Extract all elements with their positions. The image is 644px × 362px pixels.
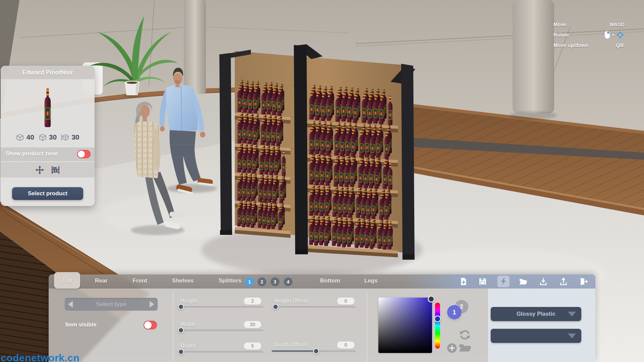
- save-icon[interactable]: [478, 277, 487, 286]
- type-selector-label: Select type: [96, 301, 126, 308]
- depth-slider[interactable]: [177, 351, 263, 353]
- exit-icon[interactable]: [580, 277, 588, 286]
- color-saturation-square[interactable]: [378, 298, 432, 353]
- height-offset-slider-knob[interactable]: [272, 304, 279, 310]
- control-key: WASD: [609, 21, 625, 27]
- controls-help: Move WASD Rotate +: [553, 20, 625, 51]
- product-panel: Edward PinotNoir 40: [1, 66, 95, 206]
- refresh-colors-icon[interactable]: [459, 329, 471, 341]
- next-type-arrow[interactable]: [150, 301, 154, 308]
- show-product-zone-label: Show product zone: [5, 150, 58, 157]
- tab-shelves[interactable]: Shelves: [172, 277, 194, 284]
- width-label: Width: [180, 321, 195, 327]
- control-row-updown: Move up/down Q/E: [553, 41, 625, 49]
- tab-bottom[interactable]: Bottom: [320, 277, 340, 284]
- splitter-badge-2[interactable]: 2: [258, 277, 266, 286]
- pillar-left: [184, 0, 206, 94]
- height-offset-label: Height Offset: [274, 298, 308, 304]
- flash-icon[interactable]: [497, 276, 509, 287]
- new-file-icon[interactable]: [459, 277, 468, 286]
- toggle-knob: [144, 321, 152, 329]
- depth-label: Depth: [180, 343, 196, 349]
- depth-offset-label: Depth Offset: [274, 342, 307, 348]
- control-key: Q/E: [616, 42, 625, 48]
- tab-rear[interactable]: Rear: [95, 277, 108, 284]
- stat-capacity: 30: [39, 133, 57, 142]
- toggle-knob: [78, 151, 85, 158]
- stat-value: 30: [49, 133, 57, 141]
- secondary-dropdown[interactable]: [491, 329, 581, 343]
- cube-width-icon: [16, 133, 24, 142]
- tab-legs[interactable]: Legs: [364, 277, 378, 284]
- pillar-right: [510, 0, 557, 119]
- cube-depth-icon: [39, 133, 47, 142]
- load-color-icon[interactable]: [459, 343, 471, 353]
- control-action: Rotate: [553, 32, 569, 38]
- control-row-move: Move WASD: [553, 20, 625, 29]
- depth-offset-slider[interactable]: [272, 350, 356, 352]
- stat-capacity: 40: [16, 133, 34, 142]
- upload-icon[interactable]: [559, 277, 568, 286]
- prev-type-arrow[interactable]: [68, 301, 73, 308]
- splitter-badge-3[interactable]: 3: [271, 277, 279, 286]
- chevron-down-icon: [568, 312, 576, 317]
- move-product-icon[interactable]: [35, 165, 44, 174]
- depth-offset-value: 0: [337, 342, 355, 349]
- product-stats: 40 30 30: [1, 132, 95, 143]
- divider: [367, 291, 367, 362]
- show-product-zone-toggle[interactable]: [77, 150, 91, 158]
- material-section-background: [488, 289, 595, 362]
- color-layer-1-badge[interactable]: 1: [447, 305, 462, 319]
- plus-sign: +: [611, 32, 614, 38]
- product-title: Edward PinotNoir: [1, 66, 95, 79]
- tab-splitters[interactable]: Splitters: [219, 277, 241, 284]
- divider: [173, 291, 173, 362]
- width-slider-knob[interactable]: [178, 327, 184, 333]
- watermark: codenetwork.cn: [1, 352, 79, 362]
- height-value: 2: [244, 298, 261, 305]
- splitter-badge-4[interactable]: 4: [284, 277, 292, 286]
- height-slider[interactable]: [177, 306, 263, 308]
- shelf-unit: [219, 44, 415, 260]
- item-visible-label: Item visible: [65, 321, 97, 328]
- control-action: Move up/down: [553, 42, 588, 48]
- shelf-layout-icon[interactable]: [51, 165, 60, 174]
- width-value: 20: [244, 321, 261, 328]
- control-row-rotate: Rotate +: [553, 31, 625, 39]
- material-dropdown[interactable]: Glossy Plastic: [491, 307, 581, 321]
- add-color-icon[interactable]: [447, 343, 457, 353]
- product-image-bottle: [40, 87, 55, 128]
- splitter-badge-1[interactable]: 1: [245, 277, 254, 286]
- tab-front[interactable]: Front: [132, 277, 147, 284]
- rotate-key-icons: +: [604, 31, 625, 39]
- depth-value: 5: [244, 343, 261, 350]
- shelf-editor-panel: Top Rear Front Shelves Splitters 1 2 3 4…: [49, 274, 595, 362]
- slider-fill: [272, 350, 315, 352]
- color-square-picker[interactable]: [428, 296, 435, 303]
- height-slider-knob[interactable]: [178, 304, 184, 310]
- item-visible-toggle[interactable]: [144, 321, 157, 329]
- cube-height-icon: [61, 133, 69, 142]
- mouse-icon: [604, 31, 610, 39]
- control-action: Move: [553, 21, 566, 27]
- material-dropdown-value: Glossy Plastic: [517, 311, 555, 317]
- chevron-down-icon: [568, 333, 576, 339]
- game-window: Move WASD Rotate +: [0, 0, 644, 362]
- depth-slider-knob[interactable]: [178, 349, 184, 355]
- height-offset-value: 0: [337, 298, 355, 305]
- height-offset-slider[interactable]: [272, 306, 356, 308]
- tab-top[interactable]: Top: [54, 272, 80, 289]
- product-tools-row: [1, 162, 95, 178]
- height-label: Height: [180, 298, 197, 304]
- move-arrows-icon: [616, 31, 625, 39]
- stat-value: 40: [26, 133, 34, 141]
- select-product-button[interactable]: Select product: [12, 187, 83, 200]
- open-folder-icon[interactable]: [519, 277, 528, 286]
- hue-picker[interactable]: [434, 315, 441, 322]
- depth-offset-slider-knob[interactable]: [313, 348, 319, 354]
- type-selector[interactable]: Select type: [65, 298, 158, 311]
- hue-bar[interactable]: [435, 303, 440, 349]
- width-slider[interactable]: [177, 329, 263, 331]
- download-icon[interactable]: [539, 277, 548, 286]
- stat-capacity: 30: [61, 133, 79, 142]
